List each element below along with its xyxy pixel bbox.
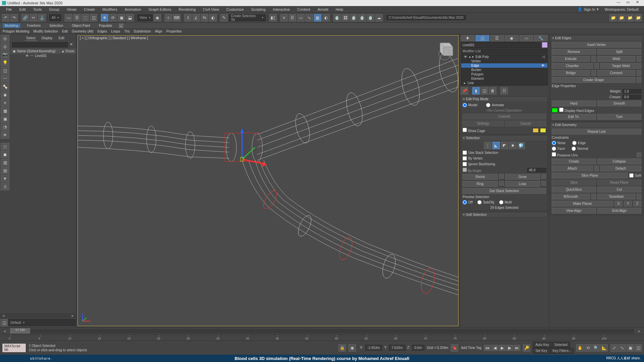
chamfer-button[interactable]: Chamfer bbox=[552, 63, 593, 69]
viewport[interactable]: [ + ] [ Orthographic ] [ Standard ] [ Wi… bbox=[77, 35, 459, 326]
edit-named-sel-icon[interactable]: ✎ bbox=[220, 14, 228, 21]
menu-edit[interactable]: Edit bbox=[16, 7, 29, 12]
coord-x[interactable]: -2.853m bbox=[365, 345, 382, 351]
cage-color-1[interactable] bbox=[533, 128, 539, 133]
curve-editor-icon[interactable]: ∿ bbox=[306, 14, 313, 21]
grow-opts[interactable] bbox=[541, 174, 546, 179]
ignoreback-check[interactable]: Ignore Backfacing bbox=[463, 162, 546, 166]
nav-pan-icon[interactable]: ✋ bbox=[576, 344, 584, 352]
select-move-icon[interactable]: ✥ bbox=[101, 14, 108, 21]
close-button[interactable]: ✕ bbox=[633, 0, 642, 6]
stack-eye-icon[interactable]: 👁 bbox=[464, 55, 467, 59]
connect-opts[interactable] bbox=[637, 70, 641, 76]
time-ruler[interactable]: 0 5 10 15 20 25 30 35 40 45 50 55 60 65 … bbox=[0, 335, 644, 341]
keyfilters-button[interactable]: Key Filters... bbox=[550, 348, 574, 354]
preserveuv-opts[interactable] bbox=[637, 153, 641, 157]
render-prod-icon[interactable]: 🍵 bbox=[350, 14, 358, 21]
displayhard-check[interactable]: Display Hard Edges bbox=[559, 108, 594, 113]
scene-layer-dropdown[interactable]: Default bbox=[8, 319, 75, 326]
render-cloud-icon[interactable]: ☁ bbox=[375, 14, 383, 21]
rollout-editgeom[interactable]: Edit Geometry bbox=[550, 122, 643, 127]
se-icon-9[interactable]: ≡ bbox=[1, 99, 9, 107]
menu-interactive[interactable]: Interactive bbox=[270, 7, 293, 12]
undo-button[interactable]: ↶ bbox=[2, 14, 9, 21]
angle-input[interactable] bbox=[527, 168, 546, 172]
setkey-button[interactable]: Set Key bbox=[533, 348, 549, 354]
stack-remove-btn[interactable]: 🗑 bbox=[489, 87, 496, 95]
ring-opts[interactable] bbox=[499, 181, 504, 186]
subobj-element-icon[interactable]: 🧊 bbox=[518, 142, 525, 149]
maxscript-mini[interactable]: MAXScript Mi: bbox=[2, 343, 26, 353]
menu-scripting[interactable]: Scripting bbox=[248, 7, 269, 12]
menu-group[interactable]: Group bbox=[46, 7, 63, 12]
select-rotate-icon[interactable]: ⟳ bbox=[109, 14, 117, 21]
bind-button[interactable]: ⚓ bbox=[38, 14, 46, 21]
createshape-opts[interactable] bbox=[637, 77, 641, 83]
time-slider-track[interactable]: 0 / 100 bbox=[10, 329, 634, 334]
radio-model[interactable]: Model bbox=[463, 103, 477, 107]
modifier-list-dropdown[interactable]: Modifier List bbox=[461, 49, 548, 54]
stack-element[interactable]: Element bbox=[461, 76, 547, 81]
angle-snap-icon[interactable]: ∠ bbox=[193, 14, 200, 21]
cmd-display-icon[interactable]: ▭ bbox=[520, 35, 533, 41]
loop-button[interactable]: Loop bbox=[505, 181, 540, 187]
se-icon-13[interactable]: 👁 bbox=[1, 131, 9, 139]
cmd-modify-icon[interactable]: ◫ bbox=[476, 35, 489, 41]
tessellate-button[interactable]: Tessellate bbox=[597, 194, 636, 199]
preserveuv-check[interactable]: Preserve UVs bbox=[552, 152, 578, 157]
stack-unique-btn[interactable]: ◫ bbox=[481, 87, 488, 95]
grow-button[interactable]: Grow bbox=[505, 174, 540, 180]
stack-pin-icon[interactable]: ◁ bbox=[542, 55, 545, 59]
scene-scroll-right[interactable]: > bbox=[69, 314, 75, 318]
menu-tools[interactable]: Tools bbox=[30, 7, 45, 12]
repeatlast-button[interactable]: Repeat Last bbox=[552, 129, 641, 134]
stack-polygon[interactable]: Polygon bbox=[461, 72, 547, 76]
selected-dropdown[interactable]: Selected bbox=[552, 342, 570, 348]
se-icon-14[interactable]: ◻ bbox=[1, 143, 9, 150]
asset-3-icon[interactable]: 📁 bbox=[626, 14, 634, 21]
lock-selection-icon[interactable]: 🔒 bbox=[338, 344, 346, 352]
project-path[interactable]: C:\Users\Achref Elouafi\Documents\3ds Ma… bbox=[386, 15, 466, 20]
scene-search-input[interactable] bbox=[12, 42, 68, 47]
bridge-opts[interactable] bbox=[591, 70, 596, 76]
loop-opts[interactable] bbox=[541, 181, 546, 186]
se-icon-4[interactable]: 💡 bbox=[1, 59, 9, 66]
maximize-button[interactable]: ▭ bbox=[623, 0, 633, 6]
weld-opts[interactable] bbox=[637, 56, 641, 62]
constraint-normal[interactable]: Normal bbox=[572, 146, 588, 151]
ribbon-selection[interactable]: Selection bbox=[47, 23, 65, 28]
ref-coord-dropdown[interactable]: View bbox=[137, 14, 153, 21]
create-button[interactable]: Create bbox=[552, 159, 596, 164]
menu-content[interactable]: Content bbox=[294, 7, 314, 12]
cmd-create-icon[interactable]: ✚ bbox=[461, 35, 475, 41]
bridge-button[interactable]: Bridge bbox=[552, 70, 590, 76]
constraint-face[interactable]: Face bbox=[552, 146, 565, 151]
selection-filter[interactable]: All bbox=[49, 14, 61, 21]
rollout-editedges[interactable]: Edit Edges bbox=[550, 36, 643, 41]
rendered-frame-icon[interactable]: 🖼 bbox=[342, 14, 349, 21]
workspace-value[interactable]: Default bbox=[627, 7, 639, 11]
select-place-icon[interactable]: ⬓ bbox=[126, 14, 133, 21]
constraint-edge[interactable]: Edge bbox=[572, 141, 586, 145]
se-icon-10[interactable]: ▦ bbox=[1, 107, 9, 115]
constraint-none[interactable]: None bbox=[552, 141, 566, 145]
planar-y[interactable]: Y bbox=[624, 201, 632, 206]
keyboard-shortcut-icon[interactable]: ⌨ bbox=[173, 14, 180, 21]
goto-start-icon[interactable]: ⏮ bbox=[484, 345, 491, 351]
stack-vertex[interactable]: Vertex bbox=[461, 59, 547, 63]
subribbon-polymodeling[interactable]: Polygon Modeling bbox=[3, 29, 30, 33]
key-mode-icon[interactable]: 🔑 bbox=[523, 344, 530, 352]
object-name-input[interactable] bbox=[461, 42, 541, 48]
render-setup-icon[interactable]: 🍵 bbox=[333, 14, 341, 21]
ribbon-objectpaint[interactable]: Object Paint bbox=[70, 23, 92, 28]
smooth-button[interactable]: Smooth bbox=[597, 101, 642, 106]
stack-edge-eye-icon[interactable]: 👁 bbox=[541, 64, 545, 67]
preview-multi[interactable]: Multi bbox=[499, 200, 512, 204]
menu-views[interactable]: Views bbox=[63, 7, 80, 12]
unlink-button[interactable]: ✂ bbox=[30, 14, 37, 21]
ribbon-populate[interactable]: Populate bbox=[97, 23, 114, 28]
se-icon-19[interactable]: ⎙ bbox=[1, 183, 9, 190]
viewcube[interactable] bbox=[433, 38, 455, 60]
cage-color-2[interactable] bbox=[540, 128, 546, 133]
menu-animation[interactable]: Animation bbox=[121, 7, 145, 12]
